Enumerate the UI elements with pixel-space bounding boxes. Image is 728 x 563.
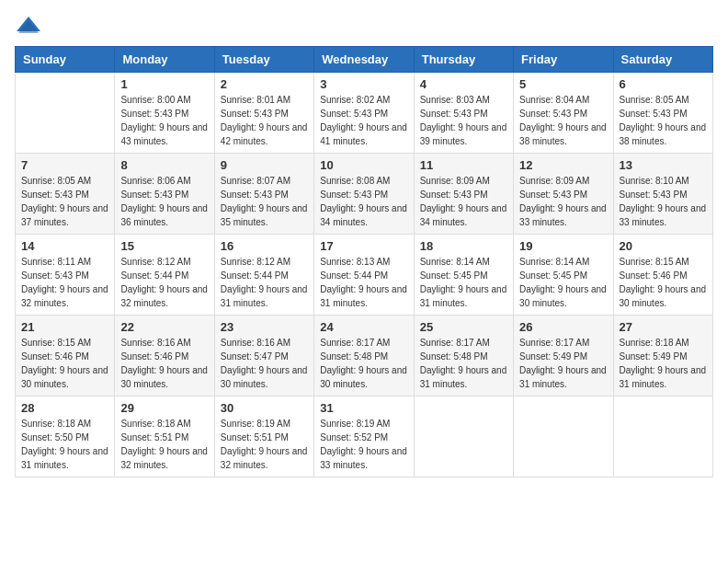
day-number: 1 (120, 77, 208, 91)
day-info: Sunrise: 8:18 AMSunset: 5:50 PMDaylight:… (21, 417, 108, 472)
calendar-cell (16, 73, 115, 154)
day-info: Sunrise: 8:07 AMSunset: 5:43 PMDaylight:… (221, 174, 308, 229)
calendar-cell: 27Sunrise: 8:18 AMSunset: 5:49 PMDayligh… (613, 316, 712, 396)
day-info: Sunrise: 8:18 AMSunset: 5:49 PMDaylight:… (620, 336, 707, 391)
day-number: 7 (21, 158, 108, 172)
day-info: Sunrise: 8:08 AMSunset: 5:43 PMDaylight:… (320, 174, 407, 229)
calendar-cell: 20Sunrise: 8:15 AMSunset: 5:46 PMDayligh… (613, 235, 712, 316)
calendar-cell: 6Sunrise: 8:05 AMSunset: 5:43 PMDaylight… (613, 73, 712, 154)
day-number: 17 (320, 239, 407, 253)
calendar-cell: 12Sunrise: 8:09 AMSunset: 5:43 PMDayligh… (514, 154, 613, 235)
column-header-monday: Monday (115, 47, 214, 73)
calendar-week-row: 14Sunrise: 8:11 AMSunset: 5:43 PMDayligh… (16, 235, 713, 316)
day-info: Sunrise: 8:06 AMSunset: 5:43 PMDaylight:… (120, 174, 208, 229)
day-info: Sunrise: 8:19 AMSunset: 5:51 PMDaylight:… (221, 417, 308, 472)
day-number: 5 (519, 77, 607, 91)
day-info: Sunrise: 8:12 AMSunset: 5:44 PMDaylight:… (221, 255, 308, 310)
day-info: Sunrise: 8:14 AMSunset: 5:45 PMDaylight:… (519, 255, 607, 310)
day-number: 15 (120, 239, 208, 253)
logo-icon (15, 15, 42, 37)
calendar-week-row: 28Sunrise: 8:18 AMSunset: 5:50 PMDayligh… (16, 396, 713, 477)
column-header-friday: Friday (514, 47, 613, 73)
calendar-cell: 14Sunrise: 8:11 AMSunset: 5:43 PMDayligh… (16, 235, 115, 316)
column-header-sunday: Sunday (16, 47, 115, 73)
logo (15, 15, 46, 37)
column-header-tuesday: Tuesday (214, 47, 313, 73)
day-info: Sunrise: 8:16 AMSunset: 5:47 PMDaylight:… (221, 336, 308, 391)
calendar-week-row: 21Sunrise: 8:15 AMSunset: 5:46 PMDayligh… (16, 316, 713, 396)
calendar-cell: 4Sunrise: 8:03 AMSunset: 5:43 PMDaylight… (414, 73, 513, 154)
calendar-week-row: 1Sunrise: 8:00 AMSunset: 5:43 PMDaylight… (16, 73, 713, 154)
calendar-cell: 2Sunrise: 8:01 AMSunset: 5:43 PMDaylight… (214, 73, 313, 154)
day-info: Sunrise: 8:15 AMSunset: 5:46 PMDaylight:… (620, 255, 707, 310)
calendar-cell: 31Sunrise: 8:19 AMSunset: 5:52 PMDayligh… (314, 396, 414, 477)
day-number: 24 (320, 320, 407, 334)
day-number: 23 (221, 320, 308, 334)
calendar-cell: 24Sunrise: 8:17 AMSunset: 5:48 PMDayligh… (314, 316, 414, 396)
calendar-cell: 10Sunrise: 8:08 AMSunset: 5:43 PMDayligh… (314, 154, 414, 235)
day-number: 11 (420, 158, 507, 172)
calendar-cell: 1Sunrise: 8:00 AMSunset: 5:43 PMDaylight… (115, 73, 214, 154)
day-number: 6 (620, 77, 707, 91)
day-number: 19 (519, 239, 607, 253)
day-number: 13 (620, 158, 707, 172)
day-number: 26 (519, 320, 607, 334)
calendar-cell (414, 396, 513, 477)
calendar-cell: 21Sunrise: 8:15 AMSunset: 5:46 PMDayligh… (16, 316, 115, 396)
calendar-cell: 29Sunrise: 8:18 AMSunset: 5:51 PMDayligh… (115, 396, 214, 477)
day-info: Sunrise: 8:14 AMSunset: 5:45 PMDaylight:… (420, 255, 507, 310)
day-number: 12 (519, 158, 607, 172)
column-header-wednesday: Wednesday (314, 47, 414, 73)
day-number: 9 (221, 158, 308, 172)
calendar-cell (514, 396, 613, 477)
day-number: 29 (120, 401, 208, 415)
day-number: 30 (221, 401, 308, 415)
day-number: 28 (21, 401, 108, 415)
column-header-saturday: Saturday (613, 47, 712, 73)
day-info: Sunrise: 8:17 AMSunset: 5:48 PMDaylight:… (320, 336, 407, 391)
day-info: Sunrise: 8:01 AMSunset: 5:43 PMDaylight:… (221, 93, 308, 148)
day-number: 16 (221, 239, 308, 253)
calendar-cell: 13Sunrise: 8:10 AMSunset: 5:43 PMDayligh… (613, 154, 712, 235)
day-number: 8 (120, 158, 208, 172)
day-number: 3 (320, 77, 407, 91)
day-info: Sunrise: 8:16 AMSunset: 5:46 PMDaylight:… (120, 336, 208, 391)
calendar-cell: 17Sunrise: 8:13 AMSunset: 5:44 PMDayligh… (314, 235, 414, 316)
calendar-week-row: 7Sunrise: 8:05 AMSunset: 5:43 PMDaylight… (16, 154, 713, 235)
day-number: 21 (21, 320, 108, 334)
day-info: Sunrise: 8:15 AMSunset: 5:46 PMDaylight:… (21, 336, 108, 391)
day-info: Sunrise: 8:13 AMSunset: 5:44 PMDaylight:… (320, 255, 407, 310)
day-info: Sunrise: 8:05 AMSunset: 5:43 PMDaylight:… (21, 174, 108, 229)
day-number: 14 (21, 239, 108, 253)
calendar-cell: 30Sunrise: 8:19 AMSunset: 5:51 PMDayligh… (214, 396, 313, 477)
day-number: 27 (620, 320, 707, 334)
calendar-cell: 23Sunrise: 8:16 AMSunset: 5:47 PMDayligh… (214, 316, 313, 396)
day-info: Sunrise: 8:18 AMSunset: 5:51 PMDaylight:… (120, 417, 208, 472)
calendar-cell: 22Sunrise: 8:16 AMSunset: 5:46 PMDayligh… (115, 316, 214, 396)
calendar-cell: 3Sunrise: 8:02 AMSunset: 5:43 PMDaylight… (314, 73, 414, 154)
calendar-cell: 25Sunrise: 8:17 AMSunset: 5:48 PMDayligh… (414, 316, 513, 396)
page-header (15, 15, 713, 37)
day-number: 2 (221, 77, 308, 91)
day-number: 4 (420, 77, 507, 91)
day-number: 22 (120, 320, 208, 334)
calendar-cell: 9Sunrise: 8:07 AMSunset: 5:43 PMDaylight… (214, 154, 313, 235)
calendar-cell: 5Sunrise: 8:04 AMSunset: 5:43 PMDaylight… (514, 73, 613, 154)
day-number: 31 (320, 401, 407, 415)
day-info: Sunrise: 8:04 AMSunset: 5:43 PMDaylight:… (519, 93, 607, 148)
calendar-header-row: SundayMondayTuesdayWednesdayThursdayFrid… (16, 47, 713, 73)
day-info: Sunrise: 8:05 AMSunset: 5:43 PMDaylight:… (620, 93, 707, 148)
day-info: Sunrise: 8:10 AMSunset: 5:43 PMDaylight:… (620, 174, 707, 229)
day-info: Sunrise: 8:03 AMSunset: 5:43 PMDaylight:… (420, 93, 507, 148)
calendar-cell: 8Sunrise: 8:06 AMSunset: 5:43 PMDaylight… (115, 154, 214, 235)
calendar-cell: 7Sunrise: 8:05 AMSunset: 5:43 PMDaylight… (16, 154, 115, 235)
calendar-table: SundayMondayTuesdayWednesdayThursdayFrid… (15, 46, 713, 477)
calendar-cell: 16Sunrise: 8:12 AMSunset: 5:44 PMDayligh… (214, 235, 313, 316)
day-number: 25 (420, 320, 507, 334)
calendar-cell: 15Sunrise: 8:12 AMSunset: 5:44 PMDayligh… (115, 235, 214, 316)
calendar-cell (613, 396, 712, 477)
day-info: Sunrise: 8:17 AMSunset: 5:48 PMDaylight:… (420, 336, 507, 391)
calendar-cell: 19Sunrise: 8:14 AMSunset: 5:45 PMDayligh… (514, 235, 613, 316)
day-info: Sunrise: 8:02 AMSunset: 5:43 PMDaylight:… (320, 93, 407, 148)
calendar-cell: 28Sunrise: 8:18 AMSunset: 5:50 PMDayligh… (16, 396, 115, 477)
